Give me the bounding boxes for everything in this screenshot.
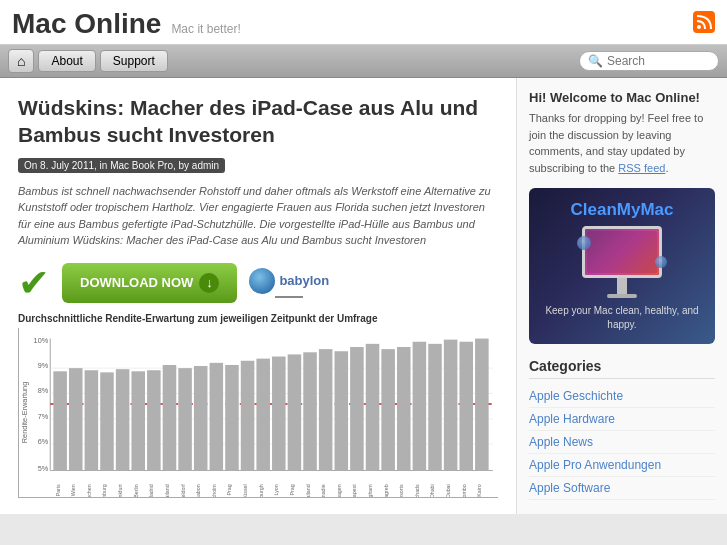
svg-text:Kopenhagen: Kopenhagen	[336, 484, 342, 497]
ad-box[interactable]: CleanMyMac Keep your Mac clean, healthy,…	[529, 188, 715, 344]
svg-text:Madrid: Madrid	[148, 484, 154, 497]
svg-rect-20	[131, 371, 145, 470]
svg-rect-40	[444, 339, 458, 470]
svg-rect-0	[693, 11, 715, 33]
category-item[interactable]: Apple Hardware	[529, 408, 715, 431]
categories-title: Categories	[529, 358, 715, 379]
search-box[interactable]: 🔍	[579, 51, 719, 71]
svg-text:Edinburgh: Edinburgh	[258, 484, 264, 497]
svg-text:Brüssel: Brüssel	[242, 484, 248, 497]
svg-text:7%: 7%	[38, 411, 49, 420]
svg-text:Mailand: Mailand	[305, 484, 311, 497]
svg-text:Stockholm: Stockholm	[211, 483, 217, 496]
ad-imac-illustration	[577, 226, 667, 298]
svg-rect-32	[319, 349, 333, 470]
svg-rect-37	[397, 347, 411, 471]
categories-section: Categories Apple GeschichteApple Hardwar…	[529, 358, 715, 500]
svg-rect-27	[241, 360, 255, 470]
svg-rect-29	[272, 356, 286, 470]
svg-text:Düsseldorf: Düsseldorf	[180, 483, 186, 496]
svg-text:Spanische Resorts: Spanische Resorts	[398, 484, 404, 497]
svg-text:Prag: Prag	[226, 484, 232, 495]
svg-text:Budapest: Budapest	[351, 483, 357, 496]
home-button[interactable]: ⌂	[8, 49, 34, 73]
chart-svg: 10% 9% 8% 7% 6% 5%	[19, 328, 498, 497]
category-item[interactable]: Apple Software	[529, 477, 715, 500]
site-header: Mac Online Mac it better!	[0, 0, 727, 45]
download-area: ✔ DOWNLOAD NOW ↓ babylon	[18, 263, 498, 303]
svg-text:5%: 5%	[38, 463, 49, 472]
navbar: ⌂ About Support 🔍	[0, 45, 727, 78]
svg-text:Berlin: Berlin	[133, 484, 139, 497]
svg-rect-33	[335, 351, 349, 470]
svg-text:Lyon: Lyon	[273, 484, 279, 495]
svg-text:Französische Riviomadie: Französische Riviomadie	[320, 484, 326, 497]
svg-text:Birmingham: Birmingham	[367, 483, 373, 496]
svg-rect-41	[459, 341, 473, 470]
svg-rect-22	[163, 365, 177, 471]
about-button[interactable]: About	[38, 50, 95, 72]
svg-text:Lissabon: Lissabon	[195, 484, 201, 497]
sidebar: Hi! Welcome to Mac Online! Thanks for dr…	[517, 78, 727, 514]
svg-point-1	[697, 25, 701, 29]
svg-text:Rendite-Erwartung: Rendite-Erwartung	[20, 381, 29, 443]
content-area: Wüdskins: Macher des iPad-Case aus Alu u…	[0, 78, 517, 514]
svg-rect-36	[381, 349, 395, 470]
svg-rect-35	[366, 343, 380, 470]
rss-icon[interactable]	[693, 11, 715, 38]
categories-list: Apple GeschichteApple HardwareApple News…	[529, 385, 715, 500]
svg-text:Colombo: Colombo	[461, 484, 467, 497]
site-title: Mac Online	[12, 8, 161, 40]
svg-text:Wien: Wien	[70, 484, 76, 496]
svg-rect-28	[256, 358, 270, 470]
category-item[interactable]: Apple Pro Anwendungen	[529, 454, 715, 477]
svg-text:Zagreb: Zagreb	[383, 484, 389, 497]
svg-rect-25	[210, 362, 224, 470]
svg-text:Dubai: Dubai	[445, 484, 451, 497]
category-item[interactable]: Apple Geschichte	[529, 385, 715, 408]
babylon-label: babylon	[279, 273, 329, 288]
svg-rect-39	[428, 343, 442, 470]
rss-link[interactable]: RSS feed	[618, 162, 665, 174]
search-input[interactable]	[607, 54, 707, 68]
category-item[interactable]: Apple News	[529, 431, 715, 454]
download-label: DOWNLOAD NOW	[80, 275, 193, 290]
download-button[interactable]: DOWNLOAD NOW ↓	[62, 263, 237, 303]
svg-text:Frankfurt: Frankfurt	[117, 483, 123, 496]
chart-container: 10% 9% 8% 7% 6% 5%	[18, 328, 498, 498]
ad-tagline: Keep your Mac clean, healthy, and happy.	[541, 304, 703, 332]
svg-text:10%: 10%	[34, 335, 49, 344]
svg-rect-30	[288, 354, 302, 470]
svg-rect-42	[475, 338, 489, 470]
svg-rect-19	[116, 369, 130, 470]
svg-text:Abu Dhabi: Abu Dhabi	[430, 484, 436, 497]
svg-rect-34	[350, 347, 364, 471]
svg-rect-24	[194, 366, 208, 471]
svg-rect-15	[53, 371, 67, 470]
svg-rect-26	[225, 365, 239, 471]
svg-text:6%: 6%	[38, 437, 49, 446]
ad-title: CleanMyMac	[541, 200, 703, 220]
article-title: Wüdskins: Macher des iPad-Case aus Alu u…	[18, 94, 498, 149]
svg-text:Hamburg: Hamburg	[102, 484, 108, 497]
svg-text:8%: 8%	[38, 386, 49, 395]
chart-title: Durchschnittliche Rendite-Erwartung zum …	[18, 313, 498, 324]
svg-text:Kairo: Kairo	[476, 484, 482, 496]
svg-rect-18	[100, 372, 114, 470]
support-button[interactable]: Support	[100, 50, 168, 72]
article-meta: On 8. July 2011, in Mac Book Pro, by adm…	[18, 158, 225, 173]
download-arrow-icon: ↓	[199, 273, 219, 293]
babylon-globe-icon	[249, 268, 275, 294]
svg-rect-31	[303, 352, 317, 470]
svg-rect-16	[69, 368, 83, 470]
svg-rect-23	[178, 368, 192, 470]
welcome-box: Hi! Welcome to Mac Online! Thanks for dr…	[529, 90, 715, 176]
svg-rect-21	[147, 370, 161, 470]
search-icon: 🔍	[588, 54, 603, 68]
welcome-text: Thanks for dropping by! Feel free to joi…	[529, 110, 715, 176]
babylon-logo: babylon	[249, 268, 329, 298]
svg-rect-17	[85, 370, 99, 470]
svg-text:Prag: Prag	[289, 484, 295, 495]
svg-text:9%: 9%	[38, 361, 49, 370]
svg-text:Mailand: Mailand	[164, 484, 170, 497]
